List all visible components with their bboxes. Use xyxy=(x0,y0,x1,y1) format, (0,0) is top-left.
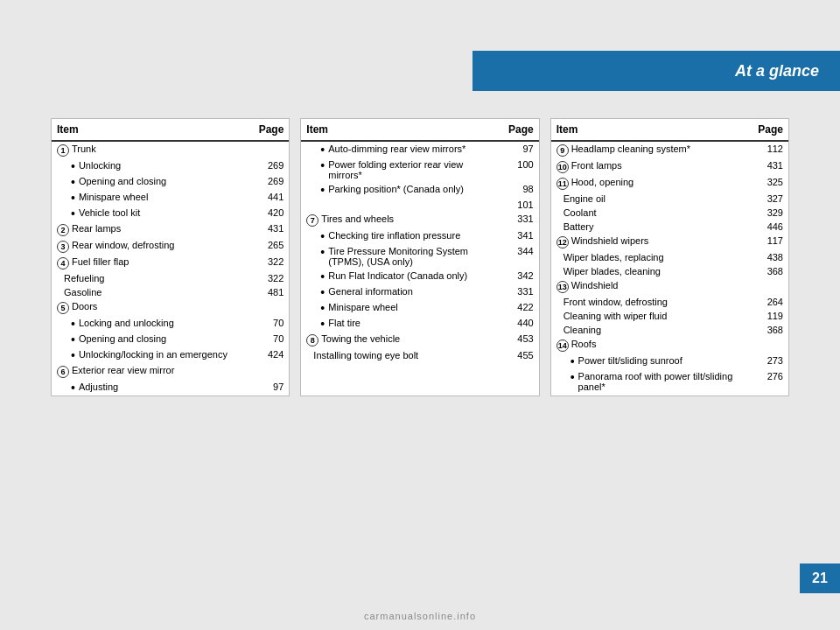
table-row: •Opening and closing70 xyxy=(52,332,289,347)
page-cell: 441 xyxy=(254,190,290,206)
item-cell: 14Roofs xyxy=(551,337,753,354)
item-cell: •Power tilt/sliding sunroof xyxy=(551,354,753,369)
page-cell: 431 xyxy=(752,158,788,175)
page-cell: 97 xyxy=(254,380,290,396)
item-cell: •Parking position* (Canada only) xyxy=(301,182,503,198)
page-cell: 481 xyxy=(254,285,290,299)
item-cell: •Opening and closing xyxy=(52,332,254,347)
item-cell: Refueling xyxy=(52,271,254,285)
page-cell: 325 xyxy=(752,175,788,192)
item-cell: 13Windshield xyxy=(551,278,753,295)
page-cell: 273 xyxy=(752,354,788,369)
page-cell: 431 xyxy=(254,221,290,238)
table-row: •Run Flat Indicator (Canada only)342 xyxy=(301,269,538,284)
tables-container: Item Page 1Trunk•Unlocking269•Opening an… xyxy=(51,118,789,396)
item-cell: •Auto-dimming rear view mirrors* xyxy=(301,141,503,158)
item-cell: 11Hood, opening xyxy=(551,175,753,192)
table-row: 7Tires and wheels331 xyxy=(301,212,538,228)
item-cell: •Tire Pressure Monitoring System (TPMS),… xyxy=(301,244,503,269)
item-cell: Coolant xyxy=(551,206,753,220)
col2-item-header: Item xyxy=(301,119,503,141)
table-row: 8Towing the vehicle453 xyxy=(301,332,538,348)
item-cell: •Panorama roof with power tilt/sliding p… xyxy=(551,369,753,394)
item-cell: Installing towing eye bolt xyxy=(301,348,503,362)
table-row: •Checking tire inflation pressure341 xyxy=(301,228,538,244)
table-col-1: Item Page 1Trunk•Unlocking269•Opening an… xyxy=(51,118,290,396)
page-badge: 21 xyxy=(800,564,840,593)
page-cell: 264 xyxy=(752,295,788,309)
page-cell: 265 xyxy=(254,238,290,255)
page-cell: 276 xyxy=(752,369,788,394)
table-row: •Power tilt/sliding sunroof273 xyxy=(551,354,788,369)
page-cell: 117 xyxy=(752,234,788,250)
page-cell: 119 xyxy=(752,309,788,323)
page-cell: 368 xyxy=(752,323,788,337)
page-cell: 331 xyxy=(503,212,539,228)
page-cell: 112 xyxy=(752,141,788,158)
table-row: •Parking position* (Canada only)98 xyxy=(301,182,538,198)
table-row: 5Doors xyxy=(52,299,289,316)
item-cell: •Minispare wheel xyxy=(301,300,503,316)
table-row: •Locking and unlocking70 xyxy=(52,316,289,332)
page-number: 21 xyxy=(812,570,828,586)
table-row: •Minispare wheel422 xyxy=(301,300,538,316)
table-row: •Auto-dimming rear view mirrors*97 xyxy=(301,141,538,158)
table-row: •Power folding exterior rear view mirror… xyxy=(301,158,538,182)
item-cell: 5Doors xyxy=(52,299,254,316)
page-cell xyxy=(752,337,788,354)
item-cell: 8Towing the vehicle xyxy=(301,332,503,348)
item-cell: •Opening and closing xyxy=(52,174,254,190)
item-cell: 12Windshield wipers xyxy=(551,234,753,250)
item-cell: Battery xyxy=(551,220,753,234)
item-cell: •Adjusting xyxy=(52,380,254,396)
item-cell: •Power folding exterior rear view mirror… xyxy=(301,158,503,182)
page-cell: 438 xyxy=(752,250,788,264)
item-cell: 1Trunk xyxy=(52,141,254,158)
table-row: Cleaning with wiper fluid119 xyxy=(551,309,788,323)
table-col-2: Item Page •Auto-dimming rear view mirror… xyxy=(300,118,539,396)
item-cell: •Minispare wheel xyxy=(52,190,254,206)
page-cell: 455 xyxy=(503,348,539,362)
table-row: 3Rear window, defrosting265 xyxy=(52,238,289,255)
table-row: 10Front lamps431 xyxy=(551,158,788,175)
table-row: Engine oil327 xyxy=(551,192,788,206)
table-row: •Unlocking/locking in an emergency424 xyxy=(52,347,289,363)
page-cell: 342 xyxy=(503,269,539,284)
table-row: 11Hood, opening325 xyxy=(551,175,788,192)
page-cell: 70 xyxy=(254,316,290,332)
page-cell: 322 xyxy=(254,255,290,271)
item-cell: 3Rear window, defrosting xyxy=(52,238,254,255)
table-row: 101 xyxy=(301,198,538,212)
page-cell xyxy=(254,299,290,316)
page-cell: 422 xyxy=(503,300,539,316)
table-row: •Opening and closing269 xyxy=(52,174,289,190)
item-cell: •Unlocking/locking in an emergency xyxy=(52,347,254,363)
item-cell: 4Fuel filler flap xyxy=(52,255,254,271)
table-row: Refueling322 xyxy=(52,271,289,285)
page-cell: 446 xyxy=(752,220,788,234)
table-row: •Tire Pressure Monitoring System (TPMS),… xyxy=(301,244,538,269)
page-cell xyxy=(254,363,290,380)
page-cell: 100 xyxy=(503,158,539,182)
item-cell: •Unlocking xyxy=(52,158,254,174)
item-cell: •Flat tire xyxy=(301,316,503,332)
item-cell: •General information xyxy=(301,284,503,300)
item-cell: •Run Flat Indicator (Canada only) xyxy=(301,269,503,284)
col1-page-header: Page xyxy=(254,119,290,141)
item-cell: •Checking tire inflation pressure xyxy=(301,228,503,244)
item-cell: 2Rear lamps xyxy=(52,221,254,238)
page-cell xyxy=(254,141,290,158)
table-row: 9Headlamp cleaning system*112 xyxy=(551,141,788,158)
table-row: •Minispare wheel441 xyxy=(52,190,289,206)
item-cell: •Vehicle tool kit xyxy=(52,206,254,221)
table-row: 14Roofs xyxy=(551,337,788,354)
table-row: •Vehicle tool kit420 xyxy=(52,206,289,221)
item-cell: Cleaning xyxy=(551,323,753,337)
table-row: 12Windshield wipers117 xyxy=(551,234,788,250)
watermark: carmanualsonline.info xyxy=(364,611,476,621)
table-row: Gasoline481 xyxy=(52,285,289,299)
table-row: •Panorama roof with power tilt/sliding p… xyxy=(551,369,788,394)
item-cell: Cleaning with wiper fluid xyxy=(551,309,753,323)
page-cell: 327 xyxy=(752,192,788,206)
item-cell: Wiper blades, replacing xyxy=(551,250,753,264)
